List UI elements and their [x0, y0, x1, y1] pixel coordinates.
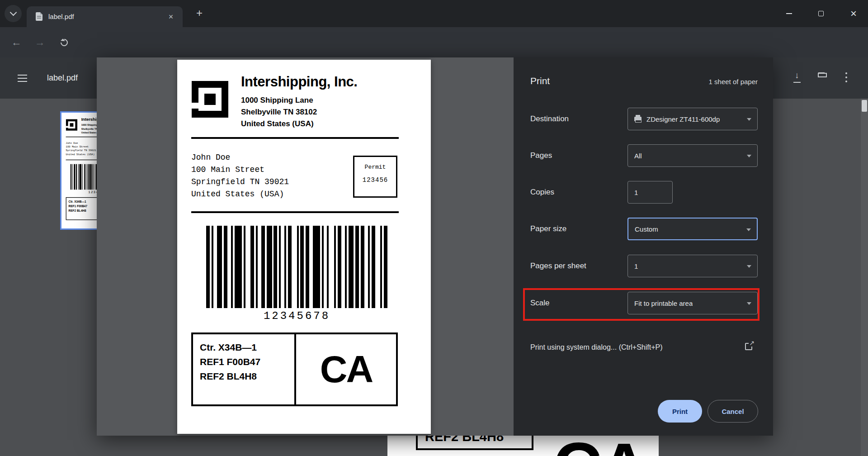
scale-label: Scale [530, 292, 550, 314]
company-logo [66, 119, 77, 131]
print-preview-page: Intershipping, Inc. 1000 Shipping Lane S… [177, 60, 431, 434]
permit-number: 123456 [354, 176, 396, 184]
scale-row: Scale Fit to printable area [530, 292, 758, 314]
barcode-number: 12345678 [206, 310, 387, 322]
pages-per-sheet-label: Pages per sheet [530, 255, 586, 277]
print-dialog-title: Print [530, 76, 550, 86]
scrollbar-thumb[interactable] [862, 100, 867, 112]
sheet-count: 1 sheet of paper [709, 78, 758, 86]
ctr-line: Ctr. X34B—1 [200, 340, 294, 355]
company-address: 1000 Shipping Lane Shelbyville TN 38102 … [241, 95, 317, 130]
print-preview-pane: Intershipping, Inc. 1000 Shipping Lane S… [97, 57, 514, 436]
ref1-line: REF1 F00B47 [69, 204, 98, 209]
pages-per-sheet-row: Pages per sheet 1 [530, 255, 758, 277]
scale-value: Fit to printable area [634, 299, 693, 307]
ref1-line: REF1 F00B47 [200, 355, 294, 369]
paper-size-value: Custom [635, 225, 658, 233]
state-code: CA [296, 334, 396, 404]
logo-notch [192, 103, 199, 109]
window-close-button[interactable] [843, 0, 864, 27]
permit-box: Permit 123456 [353, 156, 397, 198]
state-code: CA [553, 437, 646, 456]
cancel-button[interactable]: Cancel [708, 400, 758, 423]
printer-icon [634, 117, 642, 121]
recipient-line: Springfield TN 39021 [66, 149, 96, 152]
recipient-line: 100 Main Street [191, 164, 289, 176]
forward-button[interactable] [30, 27, 50, 57]
window-minimize-button[interactable] [778, 0, 799, 27]
window-maximize-button[interactable] [811, 0, 831, 27]
pdf-more-options-icon[interactable] [845, 72, 847, 74]
recipient-line: United States (USA) [191, 188, 289, 200]
back-arrow-icon [11, 36, 22, 48]
paper-size-dropdown[interactable]: Custom [627, 218, 758, 240]
new-tab-button[interactable] [192, 6, 207, 21]
recipient-line: United States (USA) [66, 152, 96, 156]
recipient-line: John Doe [66, 141, 96, 145]
menu-hamburger-icon[interactable] [18, 75, 27, 82]
copies-label: Copies [530, 181, 554, 204]
destination-value: ZDesigner ZT411-600dp [646, 115, 720, 123]
reload-button[interactable] [54, 27, 74, 57]
pages-dropdown[interactable]: All [627, 144, 758, 167]
label-divider [191, 137, 399, 139]
scrollbar-track[interactable] [861, 99, 868, 456]
permit-label: Permit [354, 164, 396, 171]
recipient-line: 100 Main Street [66, 145, 96, 148]
recipient-line: John Doe [191, 152, 289, 164]
company-address-line: United States (USA) [241, 118, 317, 130]
pdf-favicon-icon [36, 12, 42, 21]
maximize-icon [818, 11, 824, 16]
destination-dropdown[interactable]: ZDesigner ZT411-600dp [627, 108, 758, 130]
tab-strip: label.pdf [0, 0, 868, 27]
reload-icon [59, 37, 70, 48]
shipping-label-page: Intershipping, Inc. 1000 Shipping Lane S… [177, 60, 431, 434]
download-icon[interactable] [792, 72, 802, 83]
tab-close-icon[interactable] [165, 11, 176, 22]
scale-dropdown[interactable]: Fit to printable area [627, 292, 758, 314]
close-icon [850, 0, 857, 27]
barcode [206, 226, 387, 308]
logo-notch [66, 126, 68, 128]
paper-size-row: Paper size Custom [530, 218, 758, 240]
pages-row: Pages All [530, 144, 758, 167]
pages-per-sheet-value: 1 [634, 262, 638, 270]
back-button[interactable] [6, 27, 26, 57]
company-address-line: 1000 Shipping Lane [241, 95, 317, 106]
tab-label-pdf[interactable]: label.pdf [27, 6, 183, 27]
pdf-toolbar-title: label.pdf [47, 73, 78, 83]
destination-row: Destination ZDesigner ZT411-600dp [530, 108, 758, 130]
pdf-page-fragment: REF2 BL4H8 CA [387, 436, 659, 456]
minimize-icon [786, 13, 792, 14]
tab-title: label.pdf [48, 6, 74, 27]
print-settings-pane: Print 1 sheet of paper Destination ZDesi… [514, 57, 773, 436]
print-dialog: Intershipping, Inc. 1000 Shipping Lane S… [97, 57, 773, 436]
navigation-bar: File C:/Users/us3543/Downloads/label.pdf… [0, 27, 868, 57]
label-divider [191, 211, 399, 213]
recipient-line: Springfield TN 39021 [191, 176, 289, 188]
company-logo [192, 81, 228, 118]
company-address-line: Shelbyville TN 38102 [241, 106, 317, 118]
copies-input[interactable]: 1 [627, 181, 673, 204]
print-button[interactable]: Print [658, 400, 702, 423]
forward-arrow-icon [35, 36, 45, 48]
pages-value: All [634, 152, 642, 160]
container-refs: Ctr. X34B—1 REF1 F00B47 REF2 BL4H8 [66, 198, 99, 219]
pages-label: Pages [530, 144, 552, 167]
company-name: Intershipping, Inc. [241, 74, 357, 90]
pages-per-sheet-dropdown[interactable]: 1 [627, 255, 758, 277]
system-dialog-link[interactable]: Print using system dialog... (Ctrl+Shift… [530, 343, 663, 351]
tab-search-button[interactable] [5, 5, 22, 22]
container-refs: Ctr. X34B—1 REF1 F00B47 REF2 BL4H8 [193, 334, 296, 404]
container-info-box: Ctr. X34B—1 REF1 F00B47 REF2 BL4H8 CA [191, 332, 398, 406]
recipient-address: John Doe 100 Main Street Springfield TN … [66, 141, 96, 156]
recipient-address: John Doe 100 Main Street Springfield TN … [191, 152, 289, 200]
browser-window: label.pdf File C:/Users/us3543/Downloads… [0, 0, 868, 456]
copies-row: Copies 1 [530, 181, 758, 204]
ctr-line: Ctr. X34B—1 [69, 200, 98, 204]
ref2-line: REF2 BL4H8 [425, 436, 504, 444]
copies-value: 1 [634, 189, 638, 196]
destination-label: Destination [530, 108, 569, 130]
system-dialog-row[interactable]: Print using system dialog... (Ctrl+Shift… [530, 342, 758, 355]
paper-size-label: Paper size [530, 218, 566, 240]
